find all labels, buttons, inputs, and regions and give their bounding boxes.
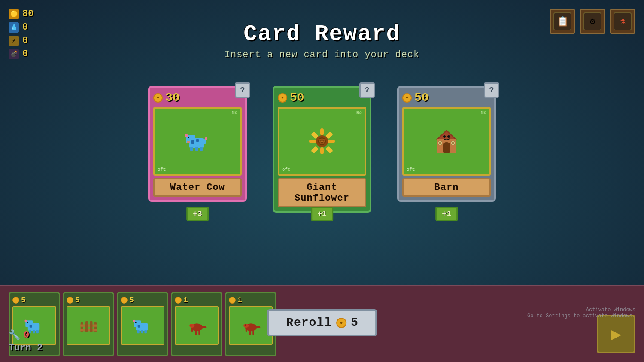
svg-point-30 — [323, 142, 325, 144]
svg-rect-61 — [133, 319, 135, 322]
svg-rect-46 — [29, 325, 32, 327]
card-water-cow-cost: ● 30 — [153, 91, 242, 104]
deck-cost-2: 5 — [75, 296, 80, 304]
turn-label-row: Turn 2 — [9, 343, 43, 353]
card-water-cow-inner: ● 30 No oft — [148, 86, 247, 202]
reroll-button[interactable]: Reroll ● 5 — [267, 309, 377, 336]
gold-icon: 🟡 — [9, 9, 19, 19]
svg-rect-69 — [195, 330, 197, 335]
title-area: Card Reward Insert a new card into your … — [0, 21, 644, 60]
svg-point-24 — [323, 139, 325, 140]
card-giant-sunflower-inner: ● 50 No oft — [273, 86, 371, 213]
wrench-icon: 🔧 — [9, 329, 20, 341]
coin-icon-3: ● — [402, 93, 412, 103]
card-barn-inner: ● 50 No oft — [397, 86, 496, 202]
svg-rect-55 — [80, 329, 97, 331]
water-cow-image: No oft — [153, 107, 242, 176]
coin-icon-2: ● — [278, 93, 287, 103]
resource-gold: 🟡 80 — [9, 9, 33, 19]
svg-point-22 — [319, 139, 321, 140]
svg-rect-11 — [205, 137, 207, 140]
sunflower-plus: +1 — [311, 207, 333, 221]
deck-sprite-2 — [77, 316, 100, 335]
card-barn[interactable]: ● 50 No oft — [397, 86, 496, 213]
barn-plus: +1 — [435, 207, 458, 221]
deck-coin-5 — [229, 297, 236, 304]
svg-point-29 — [321, 143, 323, 144]
card-giant-sunflower[interactable]: ● 50 No oft — [273, 86, 371, 213]
windows-notice-line2: Go to Settings to activate Windows. — [527, 313, 635, 319]
svg-point-25 — [319, 140, 321, 142]
deck-card-4[interactable]: 1 — [171, 292, 222, 356]
reroll-label: Reroll — [286, 316, 332, 329]
barn-name: Barn — [434, 182, 459, 193]
svg-rect-18 — [311, 146, 319, 154]
water-cow-question[interactable]: ? — [235, 82, 250, 98]
deck-coin-4 — [175, 297, 182, 304]
water-cow-name: Water Cow — [170, 182, 225, 193]
barn-image: No oft — [402, 107, 491, 176]
deck-coin-1 — [12, 297, 19, 304]
svg-rect-76 — [249, 330, 251, 335]
arrow-icon: ▶ — [611, 324, 621, 345]
sunflower-name-bar: Giant Sunflower — [278, 178, 366, 207]
deck-card-2-cost: 5 — [67, 296, 110, 304]
deck-coin-2 — [67, 297, 73, 304]
svg-rect-12 — [320, 128, 324, 135]
wrench-row: 🔧 0 — [9, 329, 43, 341]
sunflower-question[interactable]: ? — [359, 82, 375, 98]
svg-rect-78 — [245, 328, 247, 332]
title-sub: Insert a new card into your deck — [0, 49, 644, 60]
water-cow-name-bar: Water Cow — [153, 178, 242, 197]
svg-rect-77 — [252, 330, 254, 335]
card-sunflower-cost: ● 50 — [278, 91, 366, 104]
svg-point-74 — [243, 324, 249, 328]
svg-rect-54 — [80, 324, 97, 326]
svg-rect-64 — [141, 330, 143, 333]
deck-card-3-cost: 5 — [121, 296, 164, 304]
svg-point-75 — [244, 324, 246, 325]
barn-question[interactable]: ? — [484, 82, 499, 98]
deck-card-3[interactable]: 5 — [117, 292, 168, 356]
deck-card-2[interactable]: 5 — [63, 292, 114, 356]
deck-sprite-5 — [239, 316, 263, 335]
card-water-cow[interactable]: ● 30 No oft — [148, 86, 247, 213]
title-main: Card Reward — [0, 21, 644, 47]
deck-card-5-image — [229, 306, 273, 345]
svg-rect-14 — [309, 140, 316, 143]
svg-point-23 — [321, 138, 323, 140]
svg-rect-60 — [137, 325, 140, 327]
cards-container: ● 30 No oft — [0, 86, 644, 213]
svg-point-26 — [321, 140, 323, 142]
svg-rect-4 — [185, 134, 188, 137]
deck-cost-4: 1 — [183, 296, 188, 304]
deck-card-4-cost: 1 — [175, 296, 219, 304]
sunflower-name: Giant Sunflower — [295, 182, 349, 204]
svg-marker-32 — [437, 131, 456, 140]
svg-rect-47 — [24, 319, 27, 322]
deck-card-4-image — [175, 306, 219, 345]
svg-rect-72 — [201, 326, 206, 328]
svg-rect-9 — [200, 147, 203, 151]
deck-card-5-cost: 1 — [229, 296, 273, 304]
svg-rect-62 — [135, 322, 136, 323]
turn-label: Turn 2 — [9, 343, 43, 353]
svg-rect-56 — [85, 321, 88, 332]
svg-point-43 — [447, 135, 450, 138]
reroll-cost: 5 — [351, 316, 358, 329]
svg-rect-65 — [144, 330, 147, 333]
svg-rect-8 — [195, 147, 198, 151]
deck-cost-3: 5 — [129, 296, 134, 304]
water-cow-plus: +3 — [186, 207, 209, 221]
svg-rect-79 — [255, 326, 260, 328]
svg-rect-3 — [196, 139, 199, 142]
water-cow-cost-value: 30 — [165, 91, 180, 104]
coin-icon-1: ● — [153, 93, 163, 103]
barn-cost-value: 50 — [414, 91, 429, 104]
svg-rect-19 — [325, 146, 333, 154]
arrow-button[interactable]: ▶ — [597, 315, 635, 353]
svg-rect-63 — [137, 330, 140, 333]
svg-rect-7 — [190, 147, 193, 151]
svg-rect-2 — [191, 140, 194, 144]
barn-name-bar: Barn — [402, 178, 491, 197]
